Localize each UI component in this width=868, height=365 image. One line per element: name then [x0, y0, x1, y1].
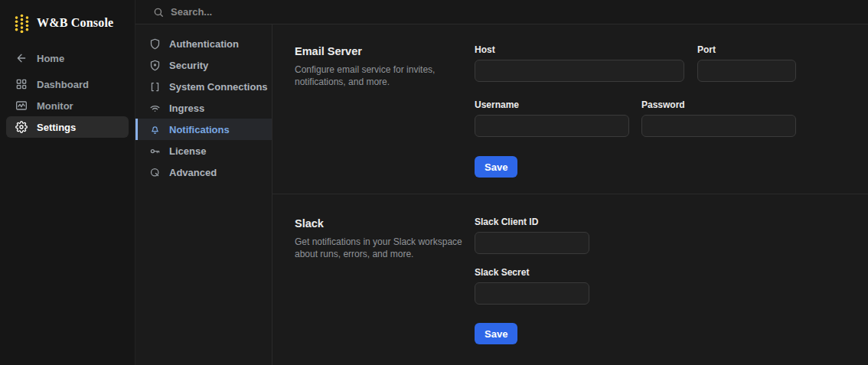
search-input[interactable] — [171, 6, 400, 18]
sidebar-item-label: Home — [37, 53, 64, 64]
slack-save-button[interactable]: Save — [475, 323, 517, 344]
password-label: Password — [641, 99, 796, 110]
settings-nav-label: Notifications — [169, 124, 230, 135]
settings-nav: Authentication Security System Connectio… — [135, 24, 272, 365]
port-input[interactable] — [697, 60, 796, 82]
host-label: Host — [475, 44, 684, 55]
username-label: Username — [475, 99, 629, 110]
monitor-chart-icon — [15, 99, 28, 112]
settings-nav-item-authentication[interactable]: Authentication — [135, 33, 272, 54]
section-title: Email Server — [295, 45, 475, 57]
settings-nav-item-system-connections[interactable]: System Connections — [135, 76, 272, 97]
settings-nav-item-advanced[interactable]: Advanced — [135, 161, 272, 183]
grid-icon — [15, 78, 28, 90]
email-save-button[interactable]: Save — [475, 156, 517, 178]
sidebar-item-label: Dashboard — [37, 79, 89, 90]
slack-secret-input[interactable] — [475, 282, 589, 305]
sidebar-item-label: Settings — [37, 122, 76, 133]
slack-section: Slack Get notifications in your Slack wo… — [272, 194, 868, 344]
settings-nav-label: Advanced — [169, 167, 217, 178]
settings-nav-item-security[interactable]: Security — [135, 54, 272, 76]
section-title: Slack — [295, 217, 475, 230]
bell-icon — [149, 124, 161, 135]
topbar — [135, 0, 868, 24]
settings-nav-label: System Connections — [169, 81, 268, 93]
key-icon — [149, 145, 161, 157]
main-content: Email Server Configure email service for… — [272, 24, 868, 365]
app-title: W&B Console — [37, 16, 113, 30]
shield-icon — [149, 38, 161, 50]
wandb-logo-icon — [14, 13, 30, 33]
username-input[interactable] — [475, 115, 629, 137]
slack-client-id-label: Slack Client ID — [475, 217, 589, 227]
section-description: Get notifications in your Slack workspac… — [295, 236, 467, 261]
sidebar-item-label: Monitor — [37, 100, 73, 112]
settings-nav-label: Authentication — [169, 38, 239, 50]
section-description: Configure email service for invites, not… — [295, 64, 467, 89]
slack-client-id-input[interactable] — [475, 232, 589, 254]
settings-nav-label: License — [169, 145, 206, 157]
settings-nav-item-license[interactable]: License — [135, 140, 272, 161]
slack-secret-label: Slack Secret — [475, 267, 589, 278]
sidebar-item-dashboard[interactable]: Dashboard — [6, 73, 129, 95]
sidebar-item-home[interactable]: Home — [6, 47, 129, 69]
settings-nav-item-ingress[interactable]: Ingress — [135, 97, 272, 119]
settings-nav-label: Ingress — [169, 103, 204, 114]
wifi-icon — [149, 103, 161, 114]
sidebar: W&B Console Home Dashboard Monitor — [0, 0, 135, 365]
sidebar-item-settings[interactable]: Settings — [6, 116, 129, 138]
password-input[interactable] — [641, 115, 796, 137]
email-server-section: Email Server Configure email service for… — [272, 24, 868, 194]
search-icon — [153, 7, 164, 18]
host-input[interactable] — [475, 60, 684, 82]
app-window: W&B Console Home Dashboard Monitor — [0, 0, 868, 365]
sidebar-nav: Home Dashboard Monitor Settings — [0, 43, 135, 138]
app-logo: W&B Console — [0, 0, 135, 43]
sidebar-item-monitor[interactable]: Monitor — [6, 95, 129, 116]
brackets-icon — [149, 81, 161, 93]
gear-icon — [15, 121, 28, 133]
settings-nav-label: Security — [169, 60, 208, 71]
advanced-icon — [149, 167, 161, 178]
shield-check-icon — [149, 60, 161, 71]
settings-nav-item-notifications[interactable]: Notifications — [135, 119, 272, 140]
port-label: Port — [697, 44, 796, 55]
arrow-left-icon — [15, 52, 28, 64]
